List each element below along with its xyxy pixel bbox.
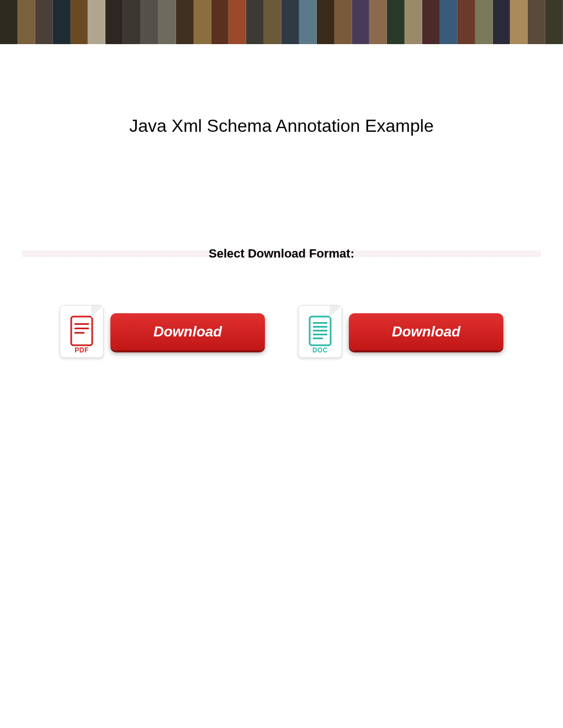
- download-pdf-button[interactable]: Download: [110, 313, 265, 350]
- banner-tile: [18, 0, 35, 44]
- banner-tile: [369, 0, 387, 44]
- banner-tile: [264, 0, 282, 44]
- doc-glyph-icon: [307, 315, 333, 346]
- select-format-text: Select Download Format:: [209, 247, 354, 260]
- download-option-pdf: PDF Download: [60, 305, 265, 358]
- banner-tile: [352, 0, 370, 44]
- banner-tile: [141, 0, 158, 44]
- svg-rect-1: [75, 323, 89, 325]
- svg-rect-0: [71, 317, 92, 345]
- banner-tile: [528, 0, 545, 44]
- banner-tile: [211, 0, 229, 44]
- page-fold-icon: [330, 306, 342, 318]
- banner-tile: [475, 0, 493, 44]
- banner-tile: [88, 0, 105, 44]
- banner-tile: [53, 0, 71, 44]
- banner-tile: [299, 0, 317, 44]
- pdf-glyph-icon: [69, 315, 94, 346]
- banner-tile: [282, 0, 299, 44]
- banner-tile: [123, 0, 141, 44]
- banner-tile: [493, 0, 511, 44]
- doc-file-icon: DOC: [298, 305, 342, 358]
- banner-tile: [387, 0, 405, 44]
- page-title: Java Xml Schema Annotation Example: [0, 116, 563, 136]
- banner-tile: [317, 0, 334, 44]
- page-fold-icon: [91, 306, 103, 318]
- download-option-doc: DOC Download: [298, 305, 503, 358]
- banner-tile: [176, 0, 194, 44]
- banner-tile: [229, 0, 246, 44]
- svg-rect-8: [313, 334, 327, 335]
- banner-tile: [440, 0, 458, 44]
- svg-rect-9: [313, 338, 323, 339]
- pdf-file-icon: PDF: [60, 305, 104, 358]
- banner-tile: [545, 0, 563, 44]
- banner-tile: [35, 0, 53, 44]
- banner-tile: [158, 0, 176, 44]
- top-banner-collage: [0, 0, 563, 44]
- svg-rect-6: [313, 326, 327, 328]
- svg-rect-5: [313, 322, 327, 324]
- pdf-label: PDF: [75, 346, 89, 354]
- banner-tile: [71, 0, 88, 44]
- svg-rect-2: [75, 328, 89, 329]
- banner-tile: [105, 0, 123, 44]
- doc-label: DOC: [312, 346, 328, 354]
- banner-tile: [194, 0, 211, 44]
- banner-tile: [458, 0, 475, 44]
- download-options-row: PDF Download DOC Download: [0, 305, 563, 358]
- banner-tile: [334, 0, 352, 44]
- select-format-heading: Select Download Format:: [0, 247, 563, 261]
- banner-tile: [422, 0, 440, 44]
- banner-tile: [246, 0, 264, 44]
- banner-tile: [510, 0, 528, 44]
- download-doc-button[interactable]: Download: [349, 313, 503, 350]
- svg-rect-3: [75, 332, 84, 334]
- svg-rect-7: [313, 330, 327, 331]
- banner-tile: [405, 0, 422, 44]
- banner-tile: [0, 0, 18, 44]
